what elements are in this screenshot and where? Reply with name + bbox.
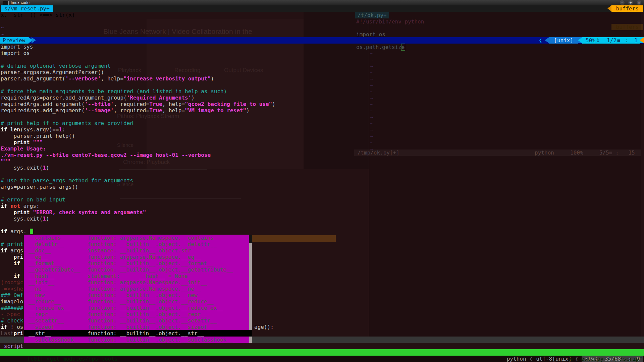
terminal-window: tmux-code − + ✕ s/vm-reset.py+ buffers /… <box>0 0 644 362</box>
completion-item[interactable]: __eq__function: argparse.Namespace.__eq_… <box>24 254 252 260</box>
tmux-status-bar: [c01] <git_modules/ops-tools 1:wfoster@t… <box>0 349 644 356</box>
code-line[interactable]: requiredArgs=parser.add_argument_group('… <box>1 95 644 101</box>
completion-description: function: argparse.Namespace.__contains_… <box>88 235 252 241</box>
code-line[interactable]: parser.print_help() <box>1 133 644 139</box>
terminal-icon <box>3 1 9 5</box>
code-line[interactable] <box>1 190 644 196</box>
completion-description: function: __builtin__.object.__reduce__ <box>88 298 252 305</box>
tmux-status-right: "vm-reset.py + (~/scrip" 15:00 30-Jun-16 <box>536 349 644 356</box>
completion-item[interactable]: __init__function: argparse.Namespace.__i… <box>24 279 252 286</box>
completion-name: __subclasshook__ <box>24 337 88 343</box>
completion-item[interactable]: __sizeof__function: __builtin__.object._… <box>24 324 252 330</box>
code-line[interactable]: # force the main arguments to be require… <box>1 88 644 95</box>
code-line[interactable] <box>1 114 644 120</box>
completion-item[interactable]: __reduce_ex__function: __builtin__.objec… <box>24 305 252 311</box>
buffers-tab[interactable]: buffers <box>607 5 643 12</box>
code-line[interactable] <box>1 222 644 228</box>
bleed-text: Blue Jeans Network | Video Collaboration… <box>103 28 252 35</box>
tilde: ~ <box>1 24 4 31</box>
code-line[interactable] <box>1 82 644 88</box>
code-line[interactable]: print """ <box>1 139 644 145</box>
completion-name: __ne__ <box>24 286 88 292</box>
code-line[interactable]: if args. <box>1 228 644 235</box>
completion-description: function: argparse.Namespace.__init__ <box>88 279 252 286</box>
completion-name: __str__ <box>24 330 88 337</box>
completion-name: __init__ <box>24 279 88 286</box>
completion-item[interactable]: __format__function: __builtin__.object._… <box>24 260 252 266</box>
code-line[interactable]: parser=argparse.ArgumentParser() <box>1 69 644 75</box>
code-line[interactable]: requiredArgs.add_argument('--image', req… <box>1 107 644 114</box>
minimize-button[interactable]: − <box>620 0 625 5</box>
tab-vm-reset[interactable]: s/vm-reset.py+ <box>1 5 53 12</box>
code-line[interactable]: # use the parse_args method for argument… <box>1 177 644 184</box>
file-format-segment: [unix] <box>549 37 578 44</box>
completion-description: function: __builtin__.object.__new__ <box>88 292 252 298</box>
completion-item[interactable]: __repr__function: __builtin__.object.__r… <box>24 311 252 317</box>
code-line[interactable]: if not args: <box>1 203 644 209</box>
window-title: tmux-code <box>11 0 30 5</box>
completion-name: __format__ <box>24 260 88 266</box>
code-line[interactable]: # define optional verbose argument <box>1 63 644 69</box>
completion-description: function: __builtin__.object.__format__ <box>88 260 252 266</box>
popup-scrollbar-thumb[interactable] <box>249 235 252 243</box>
popup-scrollbar[interactable] <box>249 235 252 343</box>
code-line[interactable]: if len(sys.argv)==1: <box>1 126 644 133</box>
completion-item[interactable]: __ne__function: argparse.Namespace.__ne_… <box>24 286 252 292</box>
powerline-arrow-icon <box>545 37 549 43</box>
completion-name: __sizeof__ <box>24 324 88 330</box>
lines-icon: ≡ <box>617 37 621 44</box>
position-segment: 50% LN 1/2≡ : 1 <box>582 37 640 44</box>
code-line[interactable]: ./vm-reset.py --bfile cento7-base.qcow2 … <box>1 152 644 158</box>
completion-description: function: __builtin__.object.__setattr__ <box>88 317 252 324</box>
completion-item[interactable]: __hash__statement: __hash__ = None <box>24 273 252 279</box>
completion-item[interactable]: __getattribute__function: __builtin__.ob… <box>24 266 252 273</box>
completion-item[interactable]: __doc__instance: __builtin__.object.str <box>24 247 252 254</box>
code-line[interactable]: Example Usage: <box>1 145 644 152</box>
command-line: -- Omni completion (^O^N^P) match 19 of … <box>1 343 644 349</box>
window-titlebar: tmux-code − + ✕ <box>0 0 644 6</box>
code-line[interactable]: import os <box>1 50 644 56</box>
code-line[interactable]: """ <box>1 158 644 165</box>
code-line[interactable]: sys.exit(1) <box>1 216 644 222</box>
completion-item-selected[interactable]: __str__function: __builtin__.object.__st… <box>24 330 252 337</box>
chevron-left-icon: ❮ <box>539 37 542 44</box>
completion-name: __repr__ <box>24 311 88 317</box>
tmux-window-list: [c01] <git_modules/ops-tools 1:wfoster@t… <box>0 349 189 356</box>
line-number-icon: LN <box>597 38 599 43</box>
completion-popup: __contains__function: argparse.Namespace… <box>24 235 252 343</box>
completion-name: __eq__ <box>24 254 88 260</box>
preview-mode-label: Preview <box>0 37 29 44</box>
completion-name: __getattribute__ <box>24 266 88 273</box>
completion-description: statement: __hash__ = None <box>88 273 252 279</box>
code-line[interactable]: import sys <box>1 44 644 50</box>
code-line[interactable]: sys.exit(1) <box>1 165 644 171</box>
completion-name: __setattr__ <box>24 317 88 324</box>
code-line[interactable]: # error on bad input <box>1 196 644 203</box>
tmux-pane-title: "vm-reset.py + (~/scrip" <box>565 356 642 362</box>
code-line[interactable]: print "ERROR, check syntax and arguments… <box>1 209 644 216</box>
code-line[interactable] <box>1 171 644 177</box>
code-line[interactable]: args=parser.parse_args() <box>1 184 644 190</box>
text-cursor <box>30 229 33 234</box>
completion-description: function: __builtin__.object.__reduce_ex… <box>88 305 252 311</box>
completion-item[interactable]: __delattr__function: __builtin__.object.… <box>24 241 252 247</box>
powerline-arrow-icon <box>578 37 582 43</box>
completion-item[interactable]: __contains__function: argparse.Namespace… <box>24 235 252 241</box>
completion-item[interactable]: __new__function: __builtin__.object.__ne… <box>24 292 252 298</box>
code-line[interactable] <box>1 56 644 63</box>
completion-item[interactable]: __reduce__function: __builtin__.object._… <box>24 298 252 305</box>
maximize-button[interactable]: + <box>628 0 633 5</box>
completion-description: function: __builtin__.object.__subclassh… <box>88 337 252 343</box>
code-line[interactable]: # print help if no arguments are provide… <box>1 120 644 126</box>
close-button[interactable]: ✕ <box>637 0 641 5</box>
powerline-arrow-icon <box>32 37 36 43</box>
screen: /t/ok.py+ #!/usr/bin/env python import o… <box>0 12 644 362</box>
completion-item[interactable]: __subclasshook__function: __builtin__.ob… <box>24 337 252 343</box>
code-line[interactable]: parser.add_argument('--verbose', help="i… <box>1 75 644 82</box>
preview-statusline: Preview ❮ [unix] 50% LN 1/2≡ : 1 <box>0 37 644 44</box>
tab-arrow-icon <box>607 5 611 11</box>
completion-description: function: __builtin__.object.__sizeof__ <box>88 324 252 330</box>
completion-name: __new__ <box>24 292 88 298</box>
code-line[interactable]: requiredArgs.add_argument('--bfile', req… <box>1 101 644 107</box>
completion-item[interactable]: __setattr__function: __builtin__.object.… <box>24 317 252 324</box>
